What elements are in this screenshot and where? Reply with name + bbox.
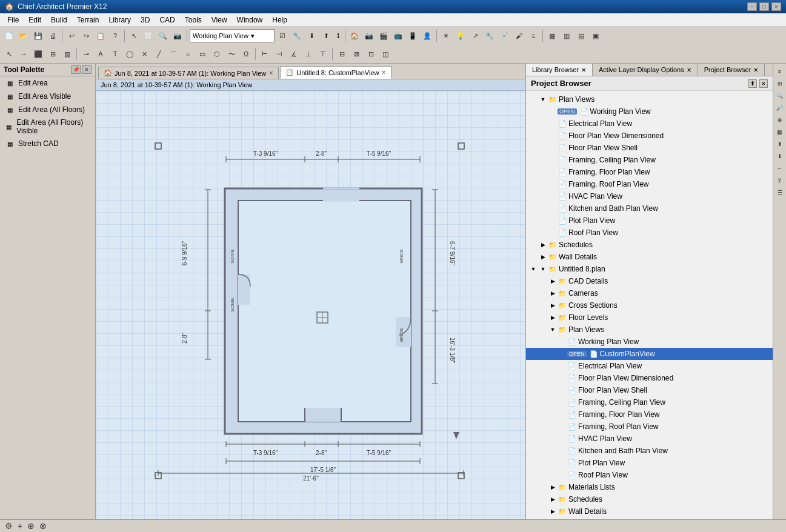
fpvs-top[interactable]: 📄 Floor Plan View Shell (526, 142, 773, 154)
tb-paint[interactable]: 🖌 (512, 29, 525, 42)
plot-plan-top[interactable]: 📄 Plot Plan View (526, 214, 773, 227)
tb-arrow-down[interactable]: ⬇ (305, 29, 318, 42)
wall-details-top[interactable]: ▶ 📁 Wall Details (526, 251, 773, 263)
framing-roof-top[interactable]: 📄 Framing, Roof Plan View (526, 178, 773, 190)
palette-edit-all-floors-visible[interactable]: ▦ Edit Area (All Floors) Visible (0, 116, 95, 137)
tb-tv[interactable]: 📺 (391, 29, 405, 42)
tb-undo[interactable]: ↩ (65, 29, 78, 42)
rst-btn9[interactable]: ↔ (774, 163, 785, 174)
working-plan-view-top[interactable]: OPEN 📄 Working Plan View (526, 105, 773, 118)
menu-help[interactable]: Help (267, 15, 292, 25)
close-button[interactable]: × (771, 2, 781, 11)
tb2-text[interactable]: A (94, 47, 107, 61)
fpvd-untitled[interactable]: 📄 Floor Plan View Dimensioned (526, 372, 773, 384)
palette-edit-area[interactable]: ▦ Edit Area (0, 76, 95, 90)
tb-floor4[interactable]: ▣ (589, 29, 602, 42)
framing-floor-top[interactable]: 📄 Framing, Floor Plan View (526, 166, 773, 178)
menu-terrain[interactable]: Terrain (72, 15, 104, 25)
electrical-plan-top[interactable]: 📄 Electrical Plan View (526, 118, 773, 130)
panel-content[interactable]: ▼ 📁 Plan Views OPEN 📄 Working Plan View … (526, 91, 773, 519)
tb2-angle[interactable]: ∡ (287, 47, 301, 61)
canvas-grid[interactable]: T-3 9/16" 2-8" T-5 9/16" 6-9 9/16" (96, 91, 525, 519)
tb-open[interactable]: 📂 (17, 29, 30, 42)
menu-view[interactable]: View (207, 15, 232, 25)
tb-house[interactable]: 🏠 (348, 29, 361, 42)
fpvs-untitled[interactable]: 📄 Floor Plan View Shell (526, 384, 773, 396)
tb2-circle[interactable]: ○ (181, 47, 195, 61)
tb2-select[interactable]: ↖ (2, 47, 16, 61)
menu-build[interactable]: Build (46, 15, 72, 25)
tb-person[interactable]: 👤 (421, 29, 434, 42)
tb2-arc[interactable]: ⌒ (167, 47, 180, 61)
tb-print[interactable]: 🖨 (46, 29, 59, 42)
tb-floor2[interactable]: ▥ (560, 29, 573, 42)
tb2-cad[interactable]: Ω (239, 47, 253, 61)
tb2-elevation[interactable]: ⊥ (302, 47, 315, 61)
tb-help[interactable]: ? (108, 29, 122, 42)
menu-tools[interactable]: Tools (180, 15, 207, 25)
layer-tab-close[interactable]: ✕ (687, 67, 691, 73)
tb-sun[interactable]: ☀ (439, 29, 453, 42)
electrical-untitled[interactable]: 📄 Electrical Plan View (526, 360, 773, 372)
status-zoom-icon[interactable]: ⊕ (27, 521, 35, 531)
panel-collapse[interactable]: × (759, 79, 768, 88)
tb-cursor[interactable]: ↗ (468, 29, 482, 42)
cross-sections[interactable]: ▶ 📁 Cross Sections (526, 299, 773, 311)
tb2-ref2[interactable]: ⊠ (350, 47, 363, 61)
kitchen-bath-top[interactable]: 📄 Kitchen and Bath Plan View (526, 202, 773, 214)
doc-tab-1-close[interactable]: ✕ (268, 70, 273, 76)
tb2-ref1[interactable]: ⊟ (335, 47, 348, 61)
panel-tab-project[interactable]: Project Browser ✕ (698, 64, 765, 76)
tb2-measure[interactable]: ⊢ (258, 47, 271, 61)
tb2-spline[interactable]: 〜 (225, 47, 238, 61)
menu-library[interactable]: Library (104, 15, 136, 25)
tb-view-check[interactable]: ☑ (276, 29, 289, 42)
hvac-top[interactable]: 📄 HVAC Plan View (526, 190, 773, 202)
tb2-floor5[interactable]: ▧ (61, 47, 74, 61)
hvac-untitled[interactable]: 📄 HVAC Plan View (526, 433, 773, 445)
rst-btn8[interactable]: ⬇ (774, 151, 785, 162)
doc-tab-2-close[interactable]: ✕ (381, 69, 386, 76)
rst-btn3[interactable]: 🔍 (774, 90, 785, 101)
tb-redo[interactable]: ↪ (79, 29, 93, 42)
project-tab-close[interactable]: ✕ (753, 67, 758, 73)
wall-details-untitled[interactable]: ▶ 📁 Wall Details (526, 505, 773, 517)
tb2-shape[interactable]: ◯ (123, 47, 136, 61)
framing-ceil-top[interactable]: 📄 Framing, Ceiling Plan View (526, 154, 773, 166)
panel-tab-layer[interactable]: Active Layer Display Options ✕ (593, 64, 698, 76)
status-gear-icon[interactable]: ⚙ (5, 521, 13, 531)
kitchen-bath-untitled[interactable]: 📄 Kitchen and Bath Plan View (526, 445, 773, 457)
rst-btn1[interactable]: ≡ (774, 66, 785, 77)
floor-levels[interactable]: ▶ 📁 Floor Levels (526, 311, 773, 324)
tb2-ref4[interactable]: ◫ (379, 47, 392, 61)
tb-camera[interactable]: 📷 (171, 29, 184, 42)
palette-close[interactable]: × (82, 65, 92, 74)
tb-new[interactable]: 📄 (2, 29, 16, 42)
untitled-plan[interactable]: ▼ ▼ 📁 Untitled 8.plan (526, 263, 773, 275)
tb-paste[interactable]: 📋 (94, 29, 107, 42)
tb2-text2[interactable]: T (108, 47, 122, 61)
tb2-x[interactable]: ✕ (138, 47, 151, 61)
rst-btn7[interactable]: ⬆ (774, 139, 785, 150)
tb2-rect[interactable]: ▭ (196, 47, 209, 61)
tb2-poly[interactable]: ⬡ (210, 47, 224, 61)
tb-select[interactable]: ↖ (127, 29, 141, 42)
custom-plan-view[interactable]: OPEN 📄 CustomPlanView (526, 348, 773, 360)
tb2-arrow[interactable]: → (17, 47, 30, 61)
tb-zoom-box[interactable]: ⬜ (142, 29, 155, 42)
palette-edit-all-floors[interactable]: ▦ Edit Area (All Floors) (0, 103, 95, 116)
rst-btn5[interactable]: ⊕ (774, 115, 785, 125)
doc-tab-1[interactable]: 🏠 Jun 8, 2021 at 10-39-57 AM (1): Workin… (98, 67, 279, 79)
rst-btn4[interactable]: 🔎 (774, 102, 785, 113)
cameras[interactable]: ▶ 📁 Cameras (526, 287, 773, 299)
schedules-top[interactable]: ▶ 📁 Schedules (526, 239, 773, 251)
panel-expand[interactable]: ⬆ (748, 79, 757, 88)
tb-eyedrop[interactable]: 💉 (498, 29, 511, 42)
panel-tab-library[interactable]: Library Browser ✕ (526, 64, 593, 76)
menu-3d[interactable]: 3D (136, 15, 155, 25)
tb-save[interactable]: 💾 (32, 29, 45, 42)
rst-btn10[interactable]: ⊻ (774, 175, 785, 186)
status-cross-icon[interactable]: ⊗ (39, 521, 47, 531)
menu-edit[interactable]: Edit (24, 15, 46, 25)
tb2-ref3[interactable]: ⊡ (364, 47, 378, 61)
